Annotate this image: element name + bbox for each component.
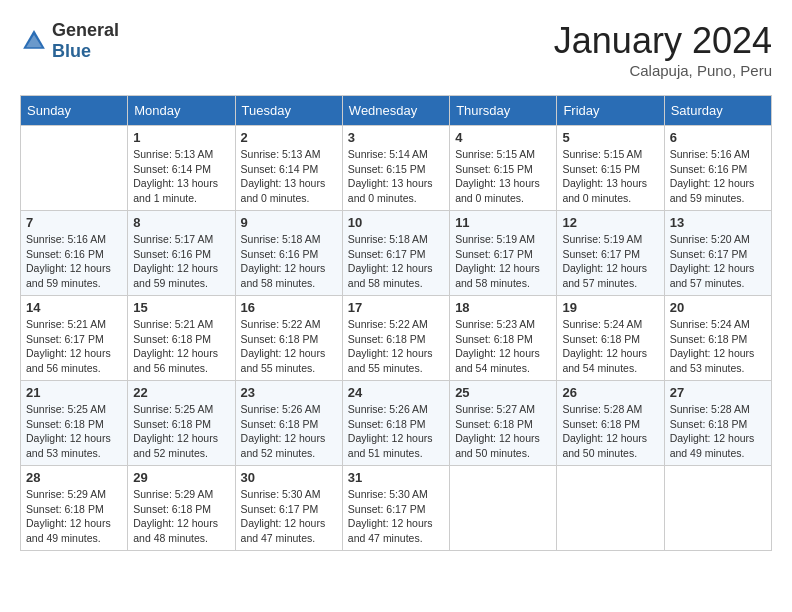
day-number: 27 <box>670 385 766 400</box>
day-of-week-header: Sunday <box>21 96 128 126</box>
day-number: 14 <box>26 300 122 315</box>
calendar-cell: 27Sunrise: 5:28 AMSunset: 6:18 PMDayligh… <box>664 381 771 466</box>
cell-info: Sunrise: 5:26 AMSunset: 6:18 PMDaylight:… <box>348 402 444 461</box>
calendar-cell: 4Sunrise: 5:15 AMSunset: 6:15 PMDaylight… <box>450 126 557 211</box>
page-header: General Blue January 2024 Calapuja, Puno… <box>20 20 772 79</box>
location-subtitle: Calapuja, Puno, Peru <box>554 62 772 79</box>
calendar-cell: 11Sunrise: 5:19 AMSunset: 6:17 PMDayligh… <box>450 211 557 296</box>
day-number: 2 <box>241 130 337 145</box>
calendar-cell: 23Sunrise: 5:26 AMSunset: 6:18 PMDayligh… <box>235 381 342 466</box>
day-of-week-header: Wednesday <box>342 96 449 126</box>
day-number: 28 <box>26 470 122 485</box>
calendar-week-row: 1Sunrise: 5:13 AMSunset: 6:14 PMDaylight… <box>21 126 772 211</box>
calendar-cell: 16Sunrise: 5:22 AMSunset: 6:18 PMDayligh… <box>235 296 342 381</box>
calendar-cell <box>21 126 128 211</box>
calendar-cell: 12Sunrise: 5:19 AMSunset: 6:17 PMDayligh… <box>557 211 664 296</box>
calendar-week-row: 21Sunrise: 5:25 AMSunset: 6:18 PMDayligh… <box>21 381 772 466</box>
logo: General Blue <box>20 20 119 62</box>
cell-info: Sunrise: 5:16 AMSunset: 6:16 PMDaylight:… <box>670 147 766 206</box>
day-number: 20 <box>670 300 766 315</box>
logo-general-text: General <box>52 20 119 40</box>
cell-info: Sunrise: 5:21 AMSunset: 6:17 PMDaylight:… <box>26 317 122 376</box>
cell-info: Sunrise: 5:18 AMSunset: 6:16 PMDaylight:… <box>241 232 337 291</box>
day-of-week-header: Tuesday <box>235 96 342 126</box>
day-number: 5 <box>562 130 658 145</box>
calendar-cell: 25Sunrise: 5:27 AMSunset: 6:18 PMDayligh… <box>450 381 557 466</box>
day-number: 23 <box>241 385 337 400</box>
day-number: 26 <box>562 385 658 400</box>
calendar-table: SundayMondayTuesdayWednesdayThursdayFrid… <box>20 95 772 551</box>
cell-info: Sunrise: 5:15 AMSunset: 6:15 PMDaylight:… <box>455 147 551 206</box>
day-number: 31 <box>348 470 444 485</box>
cell-info: Sunrise: 5:20 AMSunset: 6:17 PMDaylight:… <box>670 232 766 291</box>
cell-info: Sunrise: 5:25 AMSunset: 6:18 PMDaylight:… <box>133 402 229 461</box>
day-number: 1 <box>133 130 229 145</box>
day-of-week-header: Monday <box>128 96 235 126</box>
calendar-week-row: 28Sunrise: 5:29 AMSunset: 6:18 PMDayligh… <box>21 466 772 551</box>
cell-info: Sunrise: 5:21 AMSunset: 6:18 PMDaylight:… <box>133 317 229 376</box>
day-of-week-header: Saturday <box>664 96 771 126</box>
cell-info: Sunrise: 5:14 AMSunset: 6:15 PMDaylight:… <box>348 147 444 206</box>
cell-info: Sunrise: 5:19 AMSunset: 6:17 PMDaylight:… <box>455 232 551 291</box>
cell-info: Sunrise: 5:24 AMSunset: 6:18 PMDaylight:… <box>562 317 658 376</box>
cell-info: Sunrise: 5:19 AMSunset: 6:17 PMDaylight:… <box>562 232 658 291</box>
day-number: 9 <box>241 215 337 230</box>
day-number: 3 <box>348 130 444 145</box>
title-block: January 2024 Calapuja, Puno, Peru <box>554 20 772 79</box>
calendar-cell <box>557 466 664 551</box>
cell-info: Sunrise: 5:28 AMSunset: 6:18 PMDaylight:… <box>670 402 766 461</box>
cell-info: Sunrise: 5:15 AMSunset: 6:15 PMDaylight:… <box>562 147 658 206</box>
day-number: 7 <box>26 215 122 230</box>
cell-info: Sunrise: 5:29 AMSunset: 6:18 PMDaylight:… <box>133 487 229 546</box>
cell-info: Sunrise: 5:23 AMSunset: 6:18 PMDaylight:… <box>455 317 551 376</box>
cell-info: Sunrise: 5:29 AMSunset: 6:18 PMDaylight:… <box>26 487 122 546</box>
cell-info: Sunrise: 5:30 AMSunset: 6:17 PMDaylight:… <box>348 487 444 546</box>
calendar-cell: 14Sunrise: 5:21 AMSunset: 6:17 PMDayligh… <box>21 296 128 381</box>
cell-info: Sunrise: 5:27 AMSunset: 6:18 PMDaylight:… <box>455 402 551 461</box>
cell-info: Sunrise: 5:30 AMSunset: 6:17 PMDaylight:… <box>241 487 337 546</box>
cell-info: Sunrise: 5:24 AMSunset: 6:18 PMDaylight:… <box>670 317 766 376</box>
calendar-cell: 24Sunrise: 5:26 AMSunset: 6:18 PMDayligh… <box>342 381 449 466</box>
calendar-cell <box>664 466 771 551</box>
calendar-cell: 31Sunrise: 5:30 AMSunset: 6:17 PMDayligh… <box>342 466 449 551</box>
calendar-cell: 13Sunrise: 5:20 AMSunset: 6:17 PMDayligh… <box>664 211 771 296</box>
calendar-cell: 3Sunrise: 5:14 AMSunset: 6:15 PMDaylight… <box>342 126 449 211</box>
calendar-cell: 30Sunrise: 5:30 AMSunset: 6:17 PMDayligh… <box>235 466 342 551</box>
day-number: 11 <box>455 215 551 230</box>
calendar-cell: 7Sunrise: 5:16 AMSunset: 6:16 PMDaylight… <box>21 211 128 296</box>
cell-info: Sunrise: 5:17 AMSunset: 6:16 PMDaylight:… <box>133 232 229 291</box>
day-number: 6 <box>670 130 766 145</box>
day-number: 4 <box>455 130 551 145</box>
cell-info: Sunrise: 5:28 AMSunset: 6:18 PMDaylight:… <box>562 402 658 461</box>
calendar-cell: 6Sunrise: 5:16 AMSunset: 6:16 PMDaylight… <box>664 126 771 211</box>
cell-info: Sunrise: 5:26 AMSunset: 6:18 PMDaylight:… <box>241 402 337 461</box>
cell-info: Sunrise: 5:16 AMSunset: 6:16 PMDaylight:… <box>26 232 122 291</box>
calendar-cell: 10Sunrise: 5:18 AMSunset: 6:17 PMDayligh… <box>342 211 449 296</box>
calendar-week-row: 14Sunrise: 5:21 AMSunset: 6:17 PMDayligh… <box>21 296 772 381</box>
day-number: 29 <box>133 470 229 485</box>
day-number: 25 <box>455 385 551 400</box>
day-number: 30 <box>241 470 337 485</box>
calendar-cell: 20Sunrise: 5:24 AMSunset: 6:18 PMDayligh… <box>664 296 771 381</box>
day-of-week-header: Thursday <box>450 96 557 126</box>
day-number: 21 <box>26 385 122 400</box>
calendar-cell: 2Sunrise: 5:13 AMSunset: 6:14 PMDaylight… <box>235 126 342 211</box>
calendar-cell: 8Sunrise: 5:17 AMSunset: 6:16 PMDaylight… <box>128 211 235 296</box>
day-number: 8 <box>133 215 229 230</box>
day-number: 22 <box>133 385 229 400</box>
calendar-cell: 15Sunrise: 5:21 AMSunset: 6:18 PMDayligh… <box>128 296 235 381</box>
cell-info: Sunrise: 5:18 AMSunset: 6:17 PMDaylight:… <box>348 232 444 291</box>
day-number: 24 <box>348 385 444 400</box>
calendar-cell: 26Sunrise: 5:28 AMSunset: 6:18 PMDayligh… <box>557 381 664 466</box>
calendar-cell: 19Sunrise: 5:24 AMSunset: 6:18 PMDayligh… <box>557 296 664 381</box>
day-number: 16 <box>241 300 337 315</box>
day-number: 12 <box>562 215 658 230</box>
day-number: 17 <box>348 300 444 315</box>
calendar-cell: 17Sunrise: 5:22 AMSunset: 6:18 PMDayligh… <box>342 296 449 381</box>
month-year-title: January 2024 <box>554 20 772 62</box>
calendar-week-row: 7Sunrise: 5:16 AMSunset: 6:16 PMDaylight… <box>21 211 772 296</box>
cell-info: Sunrise: 5:22 AMSunset: 6:18 PMDaylight:… <box>241 317 337 376</box>
calendar-cell: 21Sunrise: 5:25 AMSunset: 6:18 PMDayligh… <box>21 381 128 466</box>
day-number: 19 <box>562 300 658 315</box>
calendar-cell: 29Sunrise: 5:29 AMSunset: 6:18 PMDayligh… <box>128 466 235 551</box>
